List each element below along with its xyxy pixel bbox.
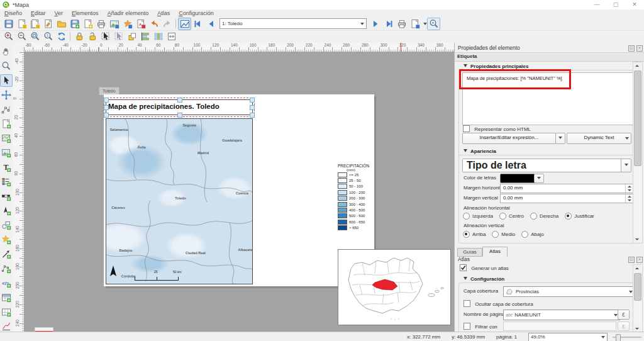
overview-map-item[interactable] bbox=[338, 249, 451, 325]
atlas-scrollbar[interactable] bbox=[633, 264, 643, 333]
new-layout-button[interactable] bbox=[15, 18, 28, 30]
font-dropdown-button[interactable] bbox=[621, 159, 631, 172]
group-items-button[interactable] bbox=[99, 30, 112, 43]
print-atlas-button[interactable] bbox=[395, 18, 408, 30]
add-north-arrow-button[interactable] bbox=[0, 204, 13, 217]
main-properties-section[interactable]: Propiedades principales bbox=[464, 64, 528, 69]
selection-handle[interactable] bbox=[250, 98, 255, 103]
zoom-tool-button[interactable] bbox=[0, 60, 13, 72]
add-map-button[interactable] bbox=[0, 132, 13, 145]
layout-page[interactable]: Mapa de precipitaciones. Toledo S bbox=[104, 94, 374, 286]
zoom-slider-knob[interactable] bbox=[616, 334, 621, 341]
title-label-item[interactable]: Mapa de precipitaciones. Toledo bbox=[106, 99, 253, 115]
coverage-layer-combo[interactable]: Provincias bbox=[503, 286, 635, 297]
hide-coverage-checkbox[interactable] bbox=[464, 300, 470, 307]
distribute-selected-button[interactable] bbox=[152, 30, 165, 43]
configuration-section[interactable]: Configuración bbox=[464, 276, 504, 282]
export-as-svg-button[interactable] bbox=[121, 18, 134, 30]
first-feature-button[interactable] bbox=[191, 18, 204, 30]
radio-arriba[interactable]: Arriba bbox=[463, 231, 486, 238]
preview-atlas-button[interactable] bbox=[178, 18, 191, 30]
map-item[interactable]: SalamancaSegoviaÁvilaGuadalajaraMadridCu… bbox=[106, 118, 253, 284]
radio-justificar[interactable]: Justificar bbox=[565, 213, 594, 220]
save-project-button[interactable] bbox=[2, 18, 15, 30]
zoom-out-button[interactable] bbox=[15, 30, 28, 43]
selection-handle[interactable] bbox=[250, 105, 255, 110]
canvas-horizontal-scrollbar-thumb[interactable] bbox=[35, 327, 53, 332]
undo-button[interactable] bbox=[147, 18, 160, 30]
generate-atlas-checkbox[interactable] bbox=[460, 264, 467, 271]
page-name-expression-button[interactable]: ε bbox=[618, 310, 630, 320]
close-panel-icon[interactable]: × bbox=[636, 257, 643, 263]
zoom-full-button[interactable] bbox=[28, 30, 42, 43]
open-folder-button[interactable] bbox=[55, 18, 68, 30]
add-marker-button[interactable] bbox=[0, 233, 13, 246]
align-selected-button[interactable] bbox=[138, 30, 152, 43]
minimize-button[interactable]: — bbox=[587, 0, 606, 9]
add-picture-button[interactable] bbox=[0, 147, 13, 159]
lock-selected-button[interactable] bbox=[72, 30, 86, 43]
add-legend-button[interactable] bbox=[0, 176, 13, 188]
selection-handle[interactable] bbox=[104, 113, 109, 118]
dynamic-text-button[interactable]: Dynamic Text bbox=[567, 133, 631, 144]
duplicate-layout-button[interactable] bbox=[28, 18, 42, 30]
pan-layout-button[interactable] bbox=[0, 45, 13, 58]
maximize-button[interactable]: ▢ bbox=[606, 0, 625, 9]
new-page-button[interactable] bbox=[81, 18, 94, 30]
next-feature-button[interactable] bbox=[369, 18, 382, 30]
filter-expression-field[interactable] bbox=[503, 321, 616, 331]
float-panel-icon[interactable]: ◱ bbox=[628, 45, 635, 52]
appearance-section[interactable]: Apariencia bbox=[464, 148, 496, 154]
margin-h-spinbox[interactable]: 0.00 mm bbox=[500, 184, 634, 193]
add-node-item-button[interactable] bbox=[0, 262, 13, 275]
insert-expression-dropdown-button[interactable] bbox=[555, 133, 565, 144]
ungroup-items-button[interactable] bbox=[112, 30, 125, 43]
export-as-pdf-button[interactable]: A bbox=[134, 18, 147, 30]
margin-v-spinbox[interactable]: 0.00 mm bbox=[500, 194, 634, 203]
export-atlas-button[interactable] bbox=[408, 18, 421, 30]
resize-selected-button[interactable] bbox=[165, 30, 178, 43]
font-color-swatch[interactable] bbox=[500, 174, 535, 183]
radio-medio[interactable]: Medio bbox=[492, 231, 515, 238]
add-fixed-table-button[interactable] bbox=[0, 306, 13, 318]
close-panel-icon[interactable]: × bbox=[636, 45, 643, 52]
close-button[interactable]: ✕ bbox=[625, 0, 644, 9]
zoom-in-button[interactable] bbox=[2, 30, 15, 43]
zoom-actual-button[interactable]: 1 bbox=[42, 30, 55, 43]
add-scalebar-button[interactable] bbox=[0, 190, 13, 203]
atlas-feature-combo[interactable]: 1: Toledo bbox=[219, 18, 367, 29]
raise-selected-button[interactable] bbox=[125, 30, 138, 43]
print-button[interactable] bbox=[94, 18, 108, 30]
export-as-image-button[interactable] bbox=[108, 18, 121, 30]
add-html-button[interactable]: </> bbox=[0, 277, 13, 289]
add-chart-button[interactable] bbox=[0, 320, 13, 333]
insert-expression-button[interactable]: Insertar/Editar expresión... bbox=[462, 133, 556, 144]
add-arrow-button[interactable] bbox=[0, 248, 13, 260]
font-button[interactable]: Tipo de letra bbox=[462, 159, 626, 172]
zoom-slider[interactable] bbox=[613, 333, 641, 341]
radio-abajo[interactable]: Abajo bbox=[521, 231, 543, 238]
radio-centro[interactable]: Centro bbox=[499, 213, 524, 220]
unlock-all-button[interactable] bbox=[86, 30, 99, 43]
edit-nodes-item-button[interactable] bbox=[0, 103, 13, 116]
float-panel-icon[interactable]: ◱ bbox=[628, 257, 635, 263]
save-as-template-button[interactable] bbox=[68, 18, 81, 30]
add-shape-button[interactable] bbox=[0, 219, 13, 232]
page-name-combo[interactable]: abc NAMEUNIT bbox=[503, 310, 620, 320]
atlas-settings-button[interactable] bbox=[427, 18, 440, 30]
last-feature-button[interactable] bbox=[382, 18, 395, 30]
properties-scrollbar[interactable] bbox=[633, 62, 643, 243]
layout-manager-button[interactable] bbox=[42, 18, 55, 30]
select-move-item-button[interactable] bbox=[0, 74, 13, 87]
selection-handle[interactable] bbox=[104, 98, 109, 103]
add-page-button[interactable] bbox=[0, 118, 13, 130]
add-label-button[interactable]: T bbox=[0, 161, 13, 174]
selection-handle[interactable] bbox=[104, 105, 109, 110]
radio-derecha[interactable]: Derecha bbox=[530, 213, 558, 220]
refresh-view-button[interactable] bbox=[55, 30, 68, 43]
layout-canvas[interactable]: Toledo Mapa de precipitaciones. Toledo bbox=[24, 52, 454, 332]
previous-feature-button[interactable] bbox=[204, 18, 218, 30]
zoom-level-combo[interactable]: 49.0% bbox=[528, 333, 608, 341]
redo-button[interactable] bbox=[160, 18, 174, 30]
selection-handle[interactable] bbox=[177, 98, 182, 103]
